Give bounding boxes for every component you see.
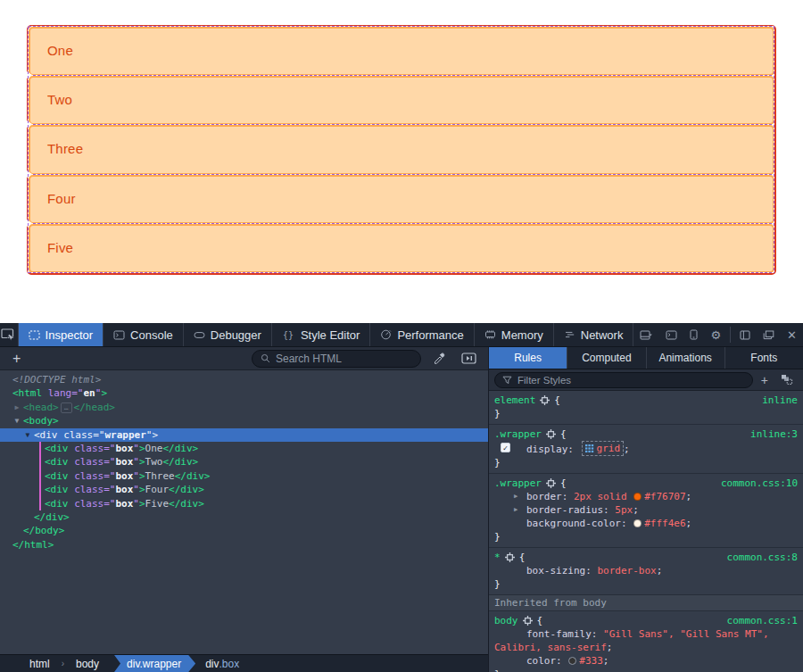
separate-window-icon[interactable] xyxy=(757,323,781,346)
tree-node[interactable]: <html lang="en"> xyxy=(0,386,488,400)
split-console-icon[interactable] xyxy=(659,323,683,346)
open-brace: { xyxy=(560,477,567,490)
grid-box: One xyxy=(29,27,774,76)
css-declaration[interactable]: box-sizing: border-box; xyxy=(494,564,798,577)
open-brace: { xyxy=(554,394,560,407)
css-rule: .wrapper{inline:3✓display: grid;} xyxy=(489,425,803,474)
semicolon: ; xyxy=(686,491,692,502)
node-picker-button[interactable] xyxy=(0,323,19,346)
rule-selector[interactable]: .wrapper xyxy=(494,427,542,441)
breadcrumb-class-suffix: .box xyxy=(219,658,240,670)
dock-side-icon[interactable] xyxy=(633,323,659,346)
close-icon[interactable]: ✕ xyxy=(781,323,803,346)
tab-label: Inspector xyxy=(46,328,93,342)
color-swatch[interactable] xyxy=(633,493,642,501)
highlight-selector-icon[interactable] xyxy=(505,552,515,562)
property-value: #fff4e6 xyxy=(644,518,685,529)
css-declaration[interactable]: ▶border: 2px solid #f76707; xyxy=(494,490,798,503)
css-declaration[interactable]: background-color: #fff4e6; xyxy=(494,517,798,530)
tab-console[interactable]: Console xyxy=(103,323,184,346)
breadcrumb-item-div[interactable]: div.box xyxy=(195,655,249,672)
tab-style-editor[interactable]: {}Style Editor xyxy=(272,323,370,346)
sidebar-toggle-icon[interactable] xyxy=(733,323,757,346)
tab-debugger[interactable]: Debugger xyxy=(184,323,272,346)
rule-source-link[interactable]: common.css:1 xyxy=(727,614,798,627)
rule-selector[interactable]: body xyxy=(494,614,518,627)
tree-node[interactable]: </body> xyxy=(0,524,488,537)
css-declaration[interactable]: ▶border-radius: 5px; xyxy=(494,503,798,517)
rule-selector[interactable]: .wrapper xyxy=(494,477,542,490)
tree-node[interactable]: <div class="box">Four</div> xyxy=(0,483,488,496)
pseudo-class-toggle-button[interactable] xyxy=(776,374,798,386)
tree-node[interactable]: <div class="box">One</div> xyxy=(0,442,488,455)
property-value: #333 xyxy=(579,655,603,667)
property-value: grid xyxy=(597,442,621,455)
semicolon: ; xyxy=(603,655,609,667)
add-node-button[interactable]: + xyxy=(7,353,26,365)
sidebar-tab-rules[interactable]: Rules xyxy=(489,347,567,369)
highlight-selector-icon[interactable] xyxy=(546,478,556,488)
sidebar-tab-computed[interactable]: Computed xyxy=(567,347,646,369)
tab-performance[interactable]: Performance xyxy=(370,323,474,346)
code-segment: class=" xyxy=(74,443,115,454)
paused-overlay-button[interactable] xyxy=(457,353,481,364)
expand-twisty-icon[interactable]: ▶ xyxy=(12,401,21,414)
filter-row: Filter Styles + xyxy=(489,369,803,391)
search-html-input[interactable]: Search HTML xyxy=(252,350,421,368)
expand-twisty-icon[interactable]: ▼ xyxy=(23,428,32,442)
tab-network[interactable]: Network xyxy=(554,323,634,346)
rule-selector[interactable]: element xyxy=(494,394,535,407)
property-value: 2px solid xyxy=(574,491,633,502)
tree-node[interactable]: <div class="box">Three</div> xyxy=(0,469,488,483)
color-swatch[interactable] xyxy=(568,657,576,665)
rule-source-link[interactable]: inline xyxy=(762,394,798,407)
semicolon: ; xyxy=(624,444,630,455)
tree-node[interactable]: </div> xyxy=(0,510,488,524)
add-rule-button[interactable]: + xyxy=(757,373,773,387)
breadcrumb: html›bodydiv.wrapperdiv.box xyxy=(0,654,488,672)
tree-node[interactable]: </html> xyxy=(0,538,488,552)
grid-highlighter-toggle[interactable]: grid xyxy=(582,441,625,456)
rule-selector[interactable]: * xyxy=(494,551,501,564)
css-declaration[interactable]: font-family: "Gill Sans", "Gill Sans MT"… xyxy=(494,627,798,654)
sidebar-tab-fonts[interactable]: Fonts xyxy=(725,347,803,369)
highlight-selector-icon[interactable] xyxy=(546,429,556,439)
chevron-right-icon: › xyxy=(60,659,66,668)
close-brace: } xyxy=(494,530,798,543)
tree-node[interactable]: ▼<body> xyxy=(0,414,488,427)
settings-icon[interactable]: ⚙ xyxy=(704,323,727,346)
highlight-selector-icon[interactable] xyxy=(523,616,533,626)
color-swatch[interactable] xyxy=(633,519,642,527)
tree-node[interactable]: <!DOCTYPE html> xyxy=(0,373,488,386)
expand-shorthand-icon[interactable]: ▶ xyxy=(514,503,517,517)
breadcrumb-item-div-wrapper[interactable]: div.wrapper xyxy=(114,655,195,672)
semicolon: ; xyxy=(607,642,613,653)
tab-memory[interactable]: Memory xyxy=(475,323,554,346)
rule-source-link[interactable]: common.css:8 xyxy=(727,551,798,564)
tree-node[interactable]: <div class="box">Five</div> xyxy=(0,497,488,510)
tree-node-selected[interactable]: ▼<div class="wrapper"> xyxy=(0,428,488,442)
code-segment: </div> xyxy=(169,484,204,495)
highlight-selector-icon[interactable] xyxy=(540,395,550,405)
filter-styles-input[interactable]: Filter Styles xyxy=(494,372,753,388)
responsive-mode-icon[interactable] xyxy=(683,323,704,346)
breadcrumb-item-html[interactable]: html xyxy=(20,655,60,672)
devtools-tabbar: InspectorConsoleDebugger{}Style EditorPe… xyxy=(0,323,803,347)
declaration-enabled-checkbox[interactable]: ✓ xyxy=(501,443,510,452)
tree-node[interactable]: ▶<head>…</head> xyxy=(0,401,488,414)
tab-inspector[interactable]: Inspector xyxy=(19,323,103,346)
css-declaration[interactable]: color: #333; xyxy=(494,654,798,668)
tree-node[interactable]: <div class="box">Two</div> xyxy=(0,455,488,469)
css-declaration[interactable]: ✓display: grid; xyxy=(494,441,798,456)
rule-source-link[interactable]: common.css:10 xyxy=(721,477,798,490)
breadcrumb-item-body[interactable]: body xyxy=(66,655,109,672)
eyedropper-button[interactable] xyxy=(428,353,450,364)
code-segment: Three xyxy=(145,470,175,482)
expand-shorthand-icon[interactable]: ▶ xyxy=(514,490,517,503)
sidebar-tab-animations[interactable]: Animations xyxy=(647,347,725,369)
expand-twisty-icon[interactable]: ▼ xyxy=(12,414,21,427)
property-name: border: xyxy=(526,491,574,502)
rule-source-link[interactable]: inline:3 xyxy=(750,427,798,441)
collapsed-content-badge[interactable]: … xyxy=(61,402,72,413)
code-segment: <body> xyxy=(23,415,59,427)
